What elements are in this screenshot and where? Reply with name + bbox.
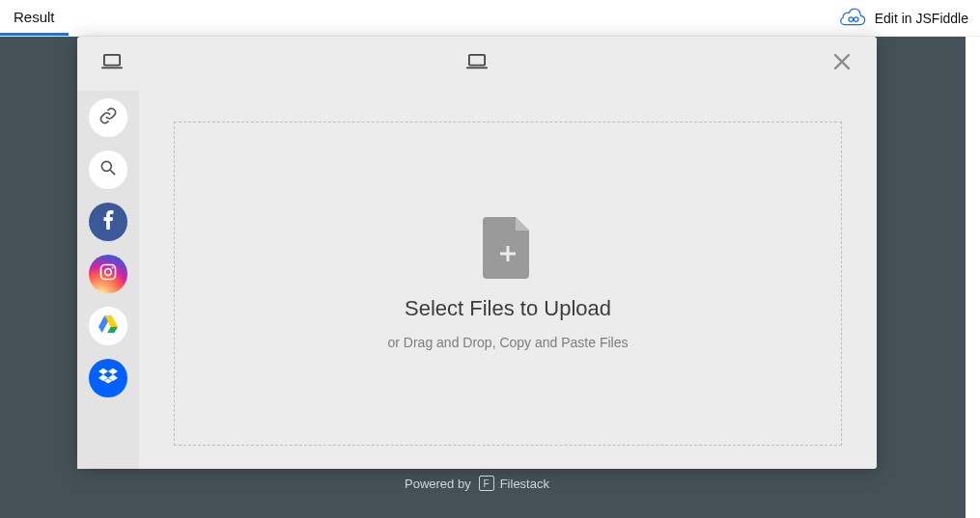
svg-line-9 bbox=[111, 171, 115, 175]
facebook-icon bbox=[102, 210, 114, 233]
footer-powered-by: Powered by bbox=[405, 477, 471, 491]
dropzone-wrap: Select Files to Upload or Drag and Drop,… bbox=[139, 91, 877, 469]
tab-result[interactable]: Result bbox=[0, 0, 69, 36]
svg-point-0 bbox=[849, 17, 854, 22]
source-rail bbox=[77, 91, 139, 469]
source-search-button[interactable] bbox=[89, 150, 127, 189]
tabs: Result bbox=[0, 0, 69, 36]
svg-rect-5 bbox=[466, 67, 488, 68]
instagram-icon bbox=[98, 262, 118, 286]
top-bar: Result Edit in JSFiddle bbox=[0, 0, 980, 37]
svg-point-8 bbox=[101, 161, 111, 171]
footer-brand-label: Filestack bbox=[500, 477, 549, 491]
source-google-drive-button[interactable] bbox=[89, 307, 127, 345]
picker-header bbox=[77, 37, 877, 91]
search-icon bbox=[98, 158, 118, 181]
filestack-logo-icon: F bbox=[479, 476, 494, 491]
edit-in-jsfiddle-link[interactable]: Edit in JSFiddle bbox=[840, 6, 968, 30]
device-icon-left[interactable] bbox=[101, 53, 123, 74]
result-canvas: Select Files to Upload or Drag and Drop,… bbox=[0, 37, 980, 518]
file-add-icon bbox=[483, 217, 533, 283]
cloud-icon bbox=[840, 6, 867, 30]
dropzone-title: Select Files to Upload bbox=[405, 296, 611, 321]
svg-rect-3 bbox=[101, 67, 123, 68]
dropzone-subtitle: or Drag and Drop, Copy and Paste Files bbox=[387, 335, 628, 350]
dropzone[interactable]: Select Files to Upload or Drag and Drop,… bbox=[174, 122, 842, 446]
dropbox-icon bbox=[98, 368, 118, 389]
device-icon-center bbox=[466, 53, 488, 74]
edit-link-label: Edit in JSFiddle bbox=[875, 11, 968, 26]
svg-point-11 bbox=[105, 269, 112, 276]
source-instagram-button[interactable] bbox=[89, 255, 127, 293]
svg-point-12 bbox=[112, 266, 114, 268]
close-icon[interactable] bbox=[833, 53, 851, 74]
svg-marker-17 bbox=[108, 368, 118, 375]
source-link-button[interactable] bbox=[89, 98, 127, 137]
file-picker-modal: Select Files to Upload or Drag and Drop,… bbox=[77, 37, 877, 469]
svg-marker-16 bbox=[98, 368, 108, 375]
svg-rect-4 bbox=[469, 55, 485, 66]
link-icon bbox=[98, 106, 118, 129]
picker-body: Select Files to Upload or Drag and Drop,… bbox=[77, 91, 877, 469]
source-dropbox-button[interactable] bbox=[89, 359, 127, 397]
picker-footer: Powered by F Filestack bbox=[77, 476, 877, 491]
tab-result-label: Result bbox=[14, 9, 55, 25]
source-facebook-button[interactable] bbox=[89, 203, 127, 241]
svg-point-1 bbox=[854, 17, 858, 22]
right-gutter bbox=[966, 37, 980, 518]
svg-rect-2 bbox=[104, 55, 120, 66]
footer-brand-link[interactable]: F Filestack bbox=[479, 476, 549, 491]
google-drive-icon bbox=[98, 314, 119, 338]
svg-marker-14 bbox=[107, 327, 118, 333]
